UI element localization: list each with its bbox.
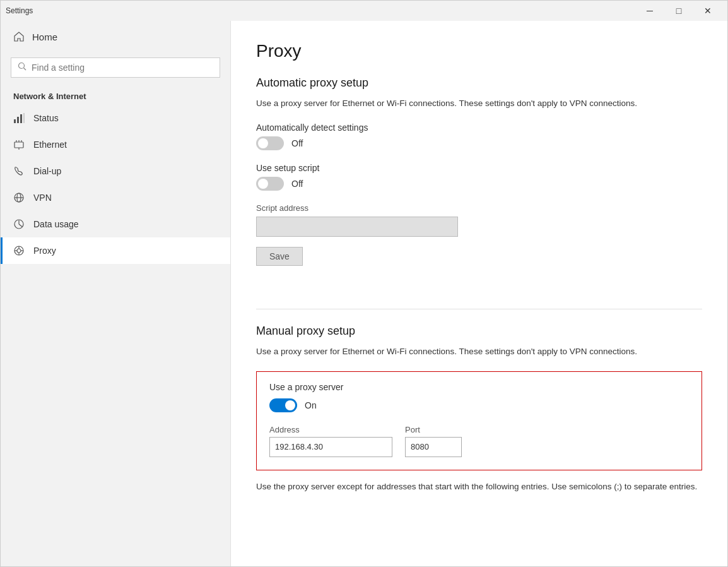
title-bar: Settings ─ □ ✕ bbox=[1, 1, 727, 21]
svg-point-0 bbox=[19, 63, 25, 69]
sidebar-item-home[interactable]: Home bbox=[1, 21, 230, 52]
search-input[interactable] bbox=[32, 63, 213, 73]
status-icon bbox=[13, 112, 25, 124]
exceptions-text: Use the proxy server except for addresse… bbox=[256, 480, 702, 493]
sidebar-item-dialup[interactable]: Dial-up bbox=[1, 158, 230, 184]
search-icon bbox=[18, 62, 26, 73]
page-title: Proxy bbox=[256, 41, 702, 61]
detect-settings-label: Automatically detect settings bbox=[256, 122, 702, 133]
address-port-row: Address Port bbox=[269, 425, 689, 457]
detect-settings-row: Off bbox=[256, 136, 702, 150]
setup-script-toggle-label: Off bbox=[291, 179, 303, 189]
ethernet-icon bbox=[13, 139, 25, 150]
save-button[interactable]: Save bbox=[256, 247, 303, 266]
detect-settings-toggle-label: Off bbox=[291, 138, 303, 148]
manual-section-description: Use a proxy server for Ethernet or Wi-Fi… bbox=[256, 345, 702, 358]
sidebar-item-data-usage[interactable]: Data usage bbox=[1, 211, 230, 237]
sidebar-item-vpn-label: VPN bbox=[33, 193, 52, 203]
use-proxy-label: Use a proxy server bbox=[269, 382, 689, 392]
address-input[interactable] bbox=[269, 437, 392, 457]
script-address-label: Script address bbox=[256, 203, 702, 213]
sidebar-item-ethernet-label: Ethernet bbox=[33, 140, 67, 150]
svg-line-1 bbox=[24, 68, 26, 71]
proxy-server-box: Use a proxy server On Address Port bbox=[256, 371, 702, 470]
proxy-icon bbox=[13, 245, 25, 256]
window-title: Settings bbox=[6, 6, 33, 15]
sidebar-section-title: Network & Internet bbox=[1, 85, 230, 105]
maximize-button[interactable]: □ bbox=[664, 1, 693, 21]
address-field-group: Address bbox=[269, 425, 392, 457]
use-proxy-row: On bbox=[269, 398, 689, 412]
port-label: Port bbox=[405, 425, 462, 434]
section-divider bbox=[256, 309, 702, 309]
sidebar-item-proxy[interactable]: Proxy bbox=[1, 237, 230, 264]
sidebar-item-proxy-label: Proxy bbox=[33, 246, 56, 256]
sidebar-item-data-usage-label: Data usage bbox=[33, 219, 79, 229]
minimize-button[interactable]: ─ bbox=[635, 1, 664, 21]
setup-script-toggle[interactable] bbox=[256, 177, 284, 191]
vpn-icon bbox=[13, 192, 25, 203]
setup-script-row: Off bbox=[256, 177, 702, 191]
svg-rect-2 bbox=[14, 119, 16, 123]
manual-section-heading: Manual proxy setup bbox=[256, 325, 702, 338]
svg-rect-5 bbox=[23, 113, 25, 123]
sidebar-item-vpn[interactable]: VPN bbox=[1, 184, 230, 211]
main-content: Home Network & Internet bbox=[1, 21, 727, 566]
window-controls: ─ □ ✕ bbox=[635, 1, 722, 21]
sidebar-item-dialup-label: Dial-up bbox=[33, 166, 61, 176]
sidebar-item-ethernet[interactable]: Ethernet bbox=[1, 131, 230, 158]
data-usage-icon bbox=[13, 218, 25, 230]
use-proxy-toggle[interactable] bbox=[269, 398, 297, 412]
port-input[interactable] bbox=[405, 437, 462, 457]
detect-settings-toggle[interactable] bbox=[256, 136, 284, 150]
automatic-section-description: Use a proxy server for Ethernet or Wi-Fi… bbox=[256, 97, 702, 110]
home-icon bbox=[13, 31, 25, 42]
setup-script-label: Use setup script bbox=[256, 163, 702, 173]
script-address-input[interactable] bbox=[256, 217, 458, 237]
settings-window: Settings ─ □ ✕ Home bbox=[0, 0, 728, 567]
sidebar-item-status-label: Status bbox=[33, 113, 59, 123]
svg-point-16 bbox=[17, 249, 21, 253]
home-label: Home bbox=[32, 32, 57, 42]
search-box[interactable] bbox=[11, 57, 220, 78]
address-label: Address bbox=[269, 425, 392, 434]
port-field-group: Port bbox=[405, 425, 462, 457]
svg-rect-6 bbox=[15, 142, 23, 148]
use-proxy-toggle-label: On bbox=[305, 400, 317, 410]
close-button[interactable]: ✕ bbox=[693, 1, 722, 21]
sidebar: Home Network & Internet bbox=[1, 21, 231, 566]
sidebar-item-status[interactable]: Status bbox=[1, 105, 230, 131]
content-area: Proxy Automatic proxy setup Use a proxy … bbox=[231, 21, 727, 566]
dialup-icon bbox=[13, 165, 25, 177]
svg-rect-3 bbox=[17, 117, 19, 123]
svg-rect-4 bbox=[20, 114, 22, 123]
automatic-section-heading: Automatic proxy setup bbox=[256, 76, 702, 90]
